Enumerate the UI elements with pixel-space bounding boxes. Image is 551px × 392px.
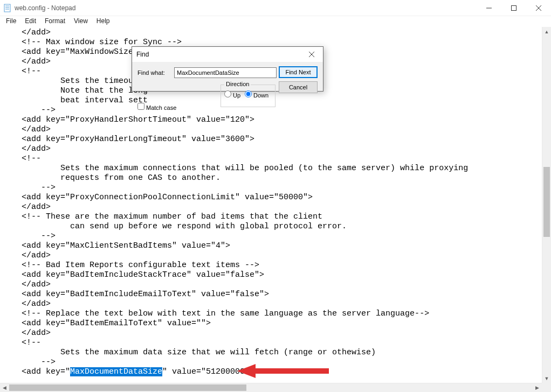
find-cancel-button[interactable]: Cancel	[279, 81, 318, 93]
scroll-right-arrow[interactable]: ▶	[533, 385, 542, 390]
text-line: </add>	[2, 299, 550, 309]
direction-down[interactable]: Down	[245, 90, 268, 99]
window-title: web.config - Notepad	[15, 4, 75, 12]
find-what-input[interactable]	[174, 67, 277, 78]
find-close-button[interactable]	[304, 48, 320, 60]
scrollbar-corner	[542, 383, 551, 392]
text-line: <!--	[2, 338, 550, 348]
svg-rect-5	[512, 5, 516, 10]
vertical-scroll-thumb[interactable]	[543, 167, 550, 237]
text-line: <!-- Bad Item Reports configurable text …	[2, 261, 550, 270]
text-line-highlighted: <add key="MaxDocumentDataSize" value="51…	[2, 367, 550, 377]
find-dialog-title: Find	[136, 51, 304, 58]
titlebar: web.config - Notepad	[0, 0, 551, 16]
text-line: requests from one CAS to another.	[2, 173, 550, 183]
menu-help[interactable]: Help	[93, 16, 114, 26]
text-line: <!-- These are the maximum number of bad…	[2, 212, 550, 222]
text-line: </add>	[2, 202, 550, 212]
find-dialog: Find Find what: Find Next Cancel Directi…	[132, 46, 323, 92]
scroll-up-arrow[interactable]: ▲	[542, 27, 551, 36]
horizontal-scroll-thumb[interactable]	[9, 384, 246, 391]
text-line: </add>	[2, 280, 550, 290]
text-line: -->	[2, 232, 550, 241]
text-line: Sets the maximum data size that we will …	[2, 348, 550, 358]
text-line: <!--	[2, 154, 550, 164]
text-line: <add key="BadItemEmailToText" value="">	[2, 319, 550, 328]
direction-legend: Direction	[224, 81, 251, 87]
text-line: Sets the maximum connections that will b…	[2, 164, 550, 173]
text-line: <add key="ProxyHandlerLongTimeout" value…	[2, 135, 550, 144]
minimize-button[interactable]	[477, 0, 501, 16]
find-dialog-titlebar[interactable]: Find	[132, 47, 323, 62]
notepad-icon	[3, 4, 12, 12]
scroll-down-arrow[interactable]: ▼	[542, 374, 551, 383]
search-match-highlight: MaxDocumentDataSize	[70, 367, 162, 376]
text-line: <add key="ProxyConnectionPoolConnectionL…	[2, 193, 550, 202]
text-line: -->	[2, 106, 550, 115]
find-next-button[interactable]: Find Next	[279, 66, 318, 78]
menu-file[interactable]: File	[2, 16, 20, 26]
scroll-left-arrow[interactable]: ◀	[0, 385, 9, 390]
text-line: </add>	[2, 125, 550, 135]
text-line: can send up before we respond with globa…	[2, 222, 550, 232]
menu-format[interactable]: Format	[41, 16, 69, 26]
text-line: </add>	[2, 251, 550, 261]
text-line: </add>	[2, 28, 550, 38]
close-button[interactable]	[526, 0, 551, 16]
vertical-scrollbar[interactable]: ▲ ▼	[542, 27, 551, 383]
menubar: File Edit Format View Help	[0, 16, 551, 27]
text-line: <add key="BadItemIncludeEmailToText" val…	[2, 290, 550, 299]
text-line: <add key="ProxyHandlerShortTimeout" valu…	[2, 115, 550, 125]
text-line: beat interval sett	[2, 96, 550, 106]
text-line: -->	[2, 358, 550, 367]
text-line: <add key="MaxClientSentBadItems" value="…	[2, 241, 550, 251]
direction-up[interactable]: Up	[224, 90, 240, 99]
svg-rect-0	[4, 4, 10, 12]
text-line: </add>	[2, 328, 550, 338]
horizontal-scrollbar[interactable]: ◀ ▶	[0, 383, 542, 392]
direction-group: Direction Up Down	[221, 85, 276, 107]
text-line: </add>	[2, 144, 550, 154]
menu-view[interactable]: View	[70, 16, 92, 26]
text-line: <!-- Replace the text below with text in…	[2, 309, 550, 319]
text-line: -->	[2, 183, 550, 193]
match-case-checkbox[interactable]: Match case	[137, 103, 176, 111]
menu-edit[interactable]: Edit	[21, 16, 40, 26]
maximize-button[interactable]	[501, 0, 526, 16]
text-line: <add key="BadItemIncludeStackTrace" valu…	[2, 270, 550, 280]
find-what-label: Find what:	[137, 69, 170, 76]
